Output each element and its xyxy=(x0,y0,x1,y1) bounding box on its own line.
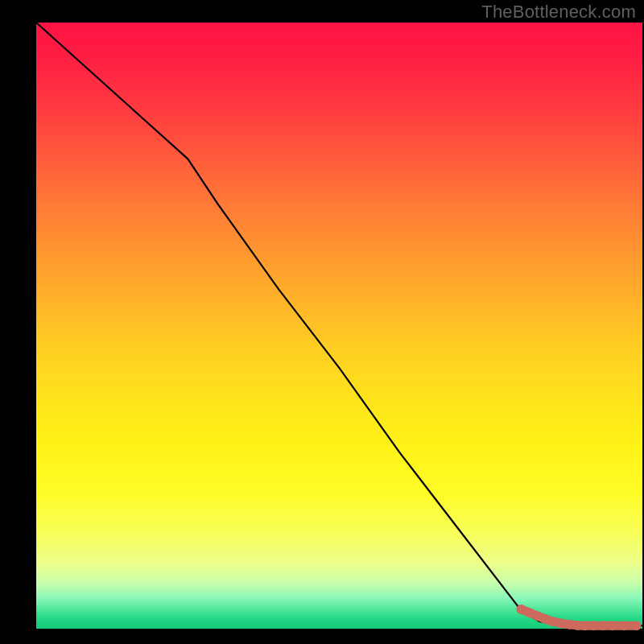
watermark-text: TheBottleneck.com xyxy=(481,2,636,23)
marker-dot xyxy=(589,621,599,630)
marker-dot xyxy=(619,621,629,630)
chart-plot-area xyxy=(36,23,642,629)
marker-dot xyxy=(607,621,617,630)
chart-frame: TheBottleneck.com xyxy=(0,0,644,644)
bottleneck-curve xyxy=(36,23,642,625)
marker-dot xyxy=(555,618,565,628)
marker-dot xyxy=(516,605,526,614)
marker-dot xyxy=(580,621,590,630)
marker-dot xyxy=(632,621,642,630)
marker-dot xyxy=(598,621,608,630)
chart-svg xyxy=(36,23,642,629)
optimal-region-dots xyxy=(516,605,641,630)
